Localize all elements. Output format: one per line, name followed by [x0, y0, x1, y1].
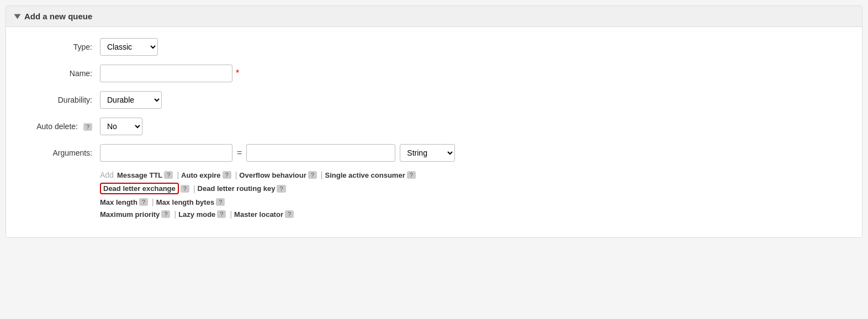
name-label: Name: [23, 69, 100, 78]
quick-links: Add Message TTL ? | Auto expire ? | Over… [100, 171, 845, 219]
auto-expire-help[interactable]: ? [223, 171, 231, 179]
quick-links-row-2: Dead letter exchange ? | Dead letter rou… [100, 183, 845, 194]
master-locator-link[interactable]: Master locator [234, 210, 283, 219]
maximum-priority-help[interactable]: ? [161, 210, 170, 218]
sep5: | [152, 198, 154, 206]
lazy-mode-link[interactable]: Lazy mode [178, 210, 215, 219]
message-ttl-help[interactable]: ? [164, 171, 173, 179]
type-select[interactable]: Classic Quorum [100, 38, 158, 56]
auto-delete-help-badge[interactable]: ? [83, 123, 92, 131]
auto-expire-link[interactable]: Auto expire [181, 171, 221, 179]
overflow-behaviour-link[interactable]: Overflow behaviour [239, 171, 306, 179]
arguments-label: Arguments: [23, 148, 100, 157]
master-locator-help[interactable]: ? [285, 210, 294, 218]
name-input[interactable] [100, 65, 232, 82]
durability-row: Durability: Durable Transient [23, 91, 845, 109]
auto-delete-row: Auto delete: ? No Yes [23, 118, 845, 135]
type-row: Type: Classic Quorum [23, 38, 845, 56]
max-length-bytes-help[interactable]: ? [216, 198, 225, 206]
quick-links-row-1: Add Message TTL ? | Auto expire ? | Over… [100, 171, 845, 179]
sep6: | [174, 210, 176, 219]
panel-title: Add a new queue [24, 12, 92, 21]
dead-letter-exchange-link[interactable]: Dead letter exchange [100, 183, 179, 194]
overflow-behaviour-help[interactable]: ? [308, 171, 317, 179]
name-row: Name: * [23, 65, 845, 82]
sep3: | [321, 171, 323, 179]
single-active-consumer-link[interactable]: Single active consumer [325, 171, 405, 179]
max-length-help[interactable]: ? [139, 198, 148, 206]
sep1: | [177, 171, 179, 179]
panel-header: Add a new queue [6, 6, 862, 27]
lazy-mode-help[interactable]: ? [217, 210, 226, 218]
add-queue-panel: Add a new queue Type: Classic Quorum Nam… [6, 6, 862, 238]
dead-letter-exchange-help[interactable]: ? [181, 185, 189, 193]
single-active-consumer-help[interactable]: ? [407, 171, 416, 179]
quick-links-row-3: Max length ? | Max length bytes ? [100, 198, 845, 206]
arguments-row: Arguments: = String Number Boolean [23, 144, 845, 162]
sep4: | [193, 184, 195, 193]
arguments-type-select[interactable]: String Number Boolean [400, 144, 455, 162]
add-label: Add [100, 171, 114, 179]
required-star: * [236, 68, 239, 78]
equals-sign: = [237, 148, 242, 158]
collapse-icon[interactable] [14, 14, 21, 19]
max-length-link[interactable]: Max length [100, 198, 137, 206]
maximum-priority-link[interactable]: Maximum priority [100, 210, 160, 219]
message-ttl-link[interactable]: Message TTL [117, 171, 162, 179]
auto-delete-select[interactable]: No Yes [100, 118, 142, 135]
arguments-key-input[interactable] [100, 144, 232, 162]
sep7: | [230, 210, 232, 219]
arguments-value-input[interactable] [246, 144, 395, 162]
durability-label: Durability: [23, 95, 100, 104]
quick-links-row-4: Maximum priority ? | Lazy mode ? | Maste… [100, 210, 845, 219]
dead-letter-routing-key-help[interactable]: ? [277, 185, 285, 193]
type-label: Type: [23, 42, 100, 51]
max-length-bytes-link[interactable]: Max length bytes [156, 198, 214, 206]
panel-body: Type: Classic Quorum Name: * Durability:… [6, 27, 862, 237]
durability-select[interactable]: Durable Transient [100, 91, 162, 109]
arguments-inputs: = String Number Boolean [100, 144, 455, 162]
auto-delete-label: Auto delete: ? [23, 122, 100, 131]
sep2: | [235, 171, 237, 179]
dead-letter-routing-key-link[interactable]: Dead letter routing key [198, 184, 276, 193]
